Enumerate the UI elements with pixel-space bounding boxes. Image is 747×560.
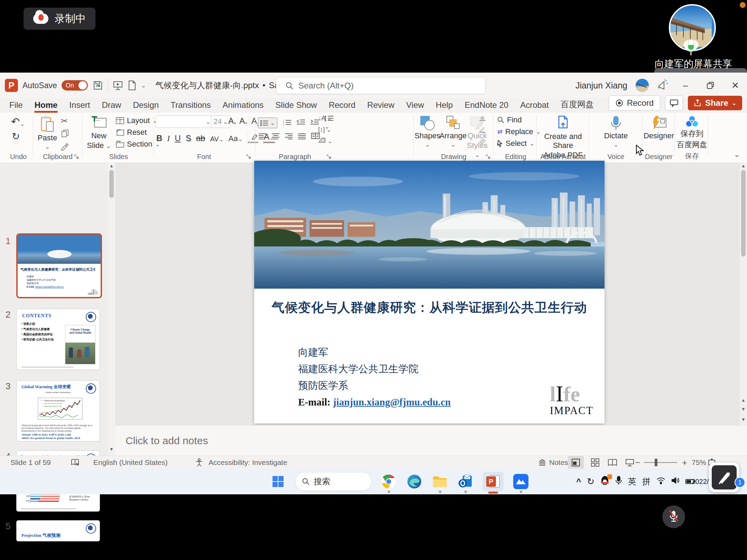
bold-button[interactable]: B — [156, 133, 162, 143]
paste-button[interactable]: Paste ⌄ — [36, 115, 59, 150]
underline-button[interactable]: U — [175, 133, 181, 143]
outlook-icon[interactable] — [457, 473, 474, 490]
replace-button[interactable]: ⇄ Replace⌄ — [497, 126, 541, 138]
tab-view[interactable]: View — [400, 100, 430, 113]
notes-toggle[interactable]: Notes — [538, 456, 568, 469]
share-button[interactable]: Share ⌄ — [688, 96, 742, 110]
tab-insert[interactable]: Insert — [63, 100, 96, 113]
language-indicator[interactable]: English (United States) — [93, 456, 168, 469]
edge-icon[interactable] — [406, 473, 423, 490]
increase-indent-button[interactable] — [311, 119, 319, 127]
shape-outline-icon[interactable] — [479, 127, 486, 134]
redo-button[interactable]: ↻ — [12, 131, 20, 142]
save-icon[interactable] — [92, 80, 103, 91]
align-right-button[interactable] — [285, 133, 293, 141]
tab-home[interactable]: Home — [29, 100, 64, 113]
zoom-slider-thumb[interactable] — [655, 459, 657, 466]
tab-file[interactable]: File — [3, 100, 29, 113]
wifi-icon[interactable] — [656, 477, 665, 486]
ime-language-en[interactable]: 英 — [628, 476, 636, 487]
paragraph-dialog-launcher-icon[interactable] — [326, 154, 331, 160]
minimize-button[interactable]: – — [677, 77, 694, 94]
slide-thumbnail-5[interactable]: Projection 气候预测 — [16, 520, 100, 541]
undo-button[interactable]: ↶⌄ — [11, 115, 25, 128]
taskbar-search[interactable]: 搜索 — [295, 472, 371, 491]
designer-button[interactable]: Designer — [645, 115, 673, 140]
tab-draw[interactable]: Draw — [96, 100, 127, 113]
decrease-indent-button[interactable] — [297, 119, 305, 127]
tab-endnote[interactable]: EndNote 20 — [459, 100, 514, 113]
shape-effects-icon[interactable] — [479, 138, 486, 145]
tab-slide-show[interactable]: Slide Show — [269, 100, 323, 113]
text-direction-button[interactable]: ↓A ⌄ — [318, 115, 332, 122]
accessibility-status[interactable]: Accessibility: Investigate — [209, 456, 287, 469]
change-case-button[interactable]: Aa⌄ — [229, 134, 243, 143]
new-file-icon[interactable] — [128, 80, 137, 91]
slide-scrollbar-thumb[interactable] — [741, 170, 746, 256]
tray-expand-icon[interactable]: ^ — [576, 477, 581, 486]
save-to-baidu-button[interactable]: 保存到 百度网盘 — [677, 115, 707, 150]
slide-scrollbar[interactable]: ▲ ▲ ▼ ▼ — [740, 162, 747, 425]
zoom-in-button[interactable]: + — [682, 456, 687, 469]
speaker-icon[interactable] — [671, 477, 680, 486]
clipboard-dialog-launcher-icon[interactable] — [74, 154, 79, 160]
restore-button[interactable] — [702, 77, 719, 94]
slide-scroll-up-icon[interactable]: ▲ — [740, 163, 747, 168]
chrome-icon[interactable] — [380, 473, 397, 490]
spell-check-icon[interactable] — [71, 456, 80, 469]
user-name[interactable]: Jianjun Xiang — [575, 81, 627, 91]
slide-sorter-view-button[interactable] — [587, 456, 603, 469]
align-text-button[interactable]: [↕] ⌄ — [318, 126, 332, 133]
numbering-button[interactable]: 123 — [283, 119, 291, 127]
tray-mic-icon[interactable] — [615, 476, 622, 487]
onedrive-sync-icon[interactable]: ↻ — [587, 476, 594, 487]
align-center-button[interactable] — [272, 133, 279, 141]
italic-button[interactable]: I — [167, 134, 170, 143]
muted-mic-button[interactable] — [662, 505, 685, 528]
notes-pane[interactable]: Click to add notes — [115, 425, 747, 456]
dictate-button[interactable]: Dictate⌄ — [602, 115, 629, 148]
increase-font-icon[interactable]: A˄ — [228, 116, 236, 126]
shape-fill-icon[interactable] — [479, 115, 486, 122]
annotation-tool-button[interactable] — [709, 463, 739, 492]
tab-acrobat[interactable]: Acrobat — [514, 100, 555, 113]
drawing-dialog-launcher-icon[interactable] — [486, 154, 490, 160]
search-input[interactable]: Search (Alt+Q) — [276, 77, 486, 94]
slide-author-block[interactable]: 向建军 福建医科大学公共卫生学院 预防医学系 E-mail: jianjun.x… — [298, 344, 451, 410]
tab-animations[interactable]: Animations — [217, 100, 270, 113]
zoom-level[interactable]: 75% — [692, 456, 706, 469]
qq-icon[interactable] — [600, 476, 609, 487]
powerpoint-taskbar-icon[interactable]: P — [483, 472, 504, 491]
character-spacing-button[interactable]: AV⌄ — [210, 135, 223, 143]
tab-help[interactable]: Help — [430, 100, 459, 113]
select-button[interactable]: Select⌄ — [497, 138, 541, 149]
tab-transitions[interactable]: Transitions — [165, 100, 216, 113]
shapes-button[interactable]: Shapes⌄ — [415, 115, 440, 148]
format-painter-button[interactable] — [61, 142, 69, 152]
slide-title[interactable]: 气候变化与人群健康研究：从科学证据到公共卫生行动 — [254, 299, 605, 316]
arrange-button[interactable]: Arrange⌄ — [441, 115, 465, 148]
decrease-font-icon[interactable]: A˅ — [239, 116, 247, 126]
close-button[interactable]: ✕ — [727, 77, 744, 94]
user-avatar[interactable] — [636, 79, 649, 92]
cut-button[interactable]: ✂ — [61, 116, 69, 126]
next-slide-icon[interactable]: ▼ — [740, 407, 747, 412]
start-button[interactable] — [270, 473, 286, 490]
slide-thumbnail-2[interactable]: CONTENTS • 背景介绍 • 气候变化与人群健康 • 高温社会疾病负担评估… — [16, 309, 100, 370]
ime-pinyin[interactable]: 拼 — [642, 476, 651, 487]
autosave-toggle[interactable]: On — [62, 80, 88, 91]
powerpoint-logo-icon[interactable]: P — [5, 79, 18, 92]
reading-view-button[interactable] — [605, 456, 620, 469]
slide-indicator[interactable]: Slide 1 of 59 — [10, 456, 51, 469]
quick-access-overflow-icon[interactable]: ⌄ — [141, 82, 146, 89]
font-name-select[interactable]: ⌄ — [156, 115, 213, 128]
align-left-button[interactable] — [259, 133, 266, 141]
previous-slide-icon[interactable]: ▲ — [740, 398, 747, 403]
find-button[interactable]: Find — [497, 114, 541, 126]
text-shadow-button[interactable]: S — [186, 133, 191, 143]
tab-review[interactable]: Review — [361, 100, 400, 113]
slide-thumbnail-1[interactable]: 气候变化与人群健康研究：从科学证据到公共卫生行动 向建军 福建医科大学公共卫生学… — [16, 233, 102, 298]
coming-soon-icon[interactable] — [657, 79, 669, 92]
email-link[interactable]: jianjun.xiang@fjmu.edu.cn — [333, 396, 451, 408]
strikethrough-button[interactable]: ab — [196, 133, 205, 143]
